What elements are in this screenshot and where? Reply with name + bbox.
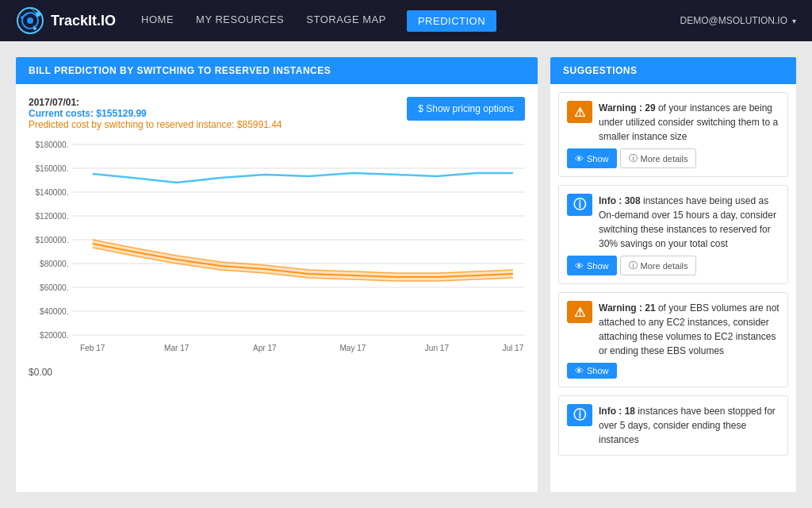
svg-text:$160000.: $160000. xyxy=(35,164,68,173)
suggestion-count-1: 29 xyxy=(645,102,655,114)
suggestion-top-1: ⚠ Warning : 29 of your instances are bei… xyxy=(567,101,779,144)
cost-label: $0.00 xyxy=(29,367,525,378)
svg-text:$80000.: $80000. xyxy=(40,260,68,268)
left-panel: BILL PREDICTION BY SWITCHING TO RESERVED… xyxy=(16,57,538,492)
svg-text:$140000.: $140000. xyxy=(35,188,68,197)
show-eye-3: 👁 xyxy=(575,366,584,375)
predicted-costs-line: Predicted cost by switching to reserved … xyxy=(29,119,525,130)
current-costs-value: $155129.99 xyxy=(96,108,146,119)
svg-text:May 17: May 17 xyxy=(339,344,366,352)
svg-text:Mar 17: Mar 17 xyxy=(164,344,190,352)
svg-text:$40000.: $40000. xyxy=(40,307,68,316)
details-icon-1: ⓘ xyxy=(629,152,638,164)
suggestion-count-4: 18 xyxy=(625,406,635,417)
nav-home[interactable]: HOME xyxy=(140,10,175,32)
user-menu-chevron: ▾ xyxy=(792,17,796,25)
warning-badge-1: ⚠ xyxy=(567,101,592,123)
nav-links: HOME MY RESOURCES STORAGE MAP PREDICTION xyxy=(140,10,496,32)
suggestion-type-4: Info : xyxy=(599,406,625,417)
navbar-left: TrackIt.IO HOME MY RESOURCES STORAGE MAP… xyxy=(16,6,496,35)
suggestion-count-3: 21 xyxy=(645,302,655,314)
user-email: DEMO@MSOLUTION.IO xyxy=(680,15,787,26)
suggestion-text-2: Info : 308 instances have being used as … xyxy=(599,194,779,251)
show-label-1: Show xyxy=(587,154,609,164)
show-pricing-button[interactable]: $ Show pricing options xyxy=(407,97,525,121)
suggestion-item-1: ⚠ Warning : 29 of your instances are bei… xyxy=(558,92,788,177)
suggestion-actions-1: 👁 Show ⓘ More details xyxy=(567,148,779,168)
user-menu[interactable]: DEMO@MSOLUTION.IO ▾ xyxy=(680,15,796,26)
info-icon-2: ⓘ xyxy=(573,197,586,214)
show-button-3[interactable]: 👁 Show xyxy=(567,363,617,379)
suggestion-item-4: ⓘ Info : 18 instances have been stopped … xyxy=(558,395,788,456)
show-button-1[interactable]: 👁 Show xyxy=(567,148,617,168)
current-costs-label: Current costs: xyxy=(29,108,94,119)
nav-prediction[interactable]: PREDICTION xyxy=(407,10,496,32)
suggestion-type-1: Warning : xyxy=(599,102,645,114)
nav-resources[interactable]: MY RESOURCES xyxy=(194,10,285,32)
show-eye-1: 👁 xyxy=(575,154,584,164)
predicted-label: Predicted cost by switching to reserved … xyxy=(29,119,234,130)
details-button-1[interactable]: ⓘ More details xyxy=(620,148,697,168)
svg-text:$100000.: $100000. xyxy=(35,236,68,244)
logo-icon xyxy=(16,6,44,35)
svg-text:Apr 17: Apr 17 xyxy=(253,344,277,352)
suggestion-top-2: ⓘ Info : 308 instances have being used a… xyxy=(567,194,779,251)
chart-svg: $180000. $160000. $140000. $120000. $100… xyxy=(29,137,525,359)
info-badge-2: ⓘ xyxy=(567,194,592,216)
logo-area: TrackIt.IO xyxy=(16,6,116,35)
details-label-2: More details xyxy=(641,261,688,271)
show-label-3: Show xyxy=(587,366,609,375)
svg-text:$60000.: $60000. xyxy=(40,283,68,292)
suggestion-actions-2: 👁 Show ⓘ More details xyxy=(567,256,779,275)
warning-badge-3: ⚠ xyxy=(567,301,592,323)
logo-text: TrackIt.IO xyxy=(51,13,116,29)
info-icon-4: ⓘ xyxy=(573,407,586,424)
suggestion-item-3: ⚠ Warning : 21 of your EBS volumes are n… xyxy=(558,292,788,387)
suggestion-text-4: Info : 18 instances have been stopped fo… xyxy=(599,404,779,447)
details-icon-2: ⓘ xyxy=(629,260,638,271)
suggestion-count-2: 308 xyxy=(625,195,641,206)
chart-area: 2017/07/01: Current costs: $155129.99 Pr… xyxy=(16,84,538,391)
suggestion-top-4: ⓘ Info : 18 instances have been stopped … xyxy=(567,404,779,447)
suggestion-text-3: Warning : 21 of your EBS volumes are not… xyxy=(599,301,779,358)
nav-storage[interactable]: STORAGE MAP xyxy=(304,10,388,32)
show-pricing-label: $ Show pricing options xyxy=(418,103,514,114)
details-button-2[interactable]: ⓘ More details xyxy=(620,256,697,275)
right-panel: SUGGESTIONS ⚠ Warning : 29 of your insta… xyxy=(550,57,796,492)
svg-marker-33 xyxy=(93,240,513,281)
suggestions-header: SUGGESTIONS xyxy=(550,57,796,84)
warning-icon-1: ⚠ xyxy=(574,105,585,120)
svg-text:Jul 17: Jul 17 xyxy=(502,344,523,352)
predicted-value: $85991.44 xyxy=(237,119,282,130)
suggestion-item-2: ⓘ Info : 308 instances have being used a… xyxy=(558,185,788,284)
navbar: TrackIt.IO HOME MY RESOURCES STORAGE MAP… xyxy=(0,0,812,41)
show-button-2[interactable]: 👁 Show xyxy=(567,256,617,275)
suggestion-top-3: ⚠ Warning : 21 of your EBS volumes are n… xyxy=(567,301,779,358)
suggestion-type-2: Info : xyxy=(599,195,625,206)
suggestion-text-1: Warning : 29 of your instances are being… xyxy=(599,101,779,144)
main-content: BILL PREDICTION BY SWITCHING TO RESERVED… xyxy=(0,41,812,508)
svg-text:Feb 17: Feb 17 xyxy=(80,344,105,352)
warning-icon-3: ⚠ xyxy=(574,305,585,320)
show-eye-2: 👁 xyxy=(575,261,584,271)
svg-text:$20000.: $20000. xyxy=(40,331,68,340)
svg-point-2 xyxy=(27,17,33,24)
suggestion-actions-3: 👁 Show xyxy=(567,363,779,379)
svg-text:$120000.: $120000. xyxy=(35,212,68,221)
details-label-1: More details xyxy=(641,154,688,164)
svg-text:Jun 17: Jun 17 xyxy=(425,344,450,352)
suggestions-list: ⚠ Warning : 29 of your instances are bei… xyxy=(550,84,796,464)
info-badge-4: ⓘ xyxy=(567,404,592,426)
suggestion-type-3: Warning : xyxy=(599,302,645,314)
chart-container: $180000. $160000. $140000. $120000. $100… xyxy=(29,137,525,359)
show-label-2: Show xyxy=(587,261,609,271)
left-panel-header: BILL PREDICTION BY SWITCHING TO RESERVED… xyxy=(16,57,538,84)
svg-text:$180000.: $180000. xyxy=(35,140,68,149)
